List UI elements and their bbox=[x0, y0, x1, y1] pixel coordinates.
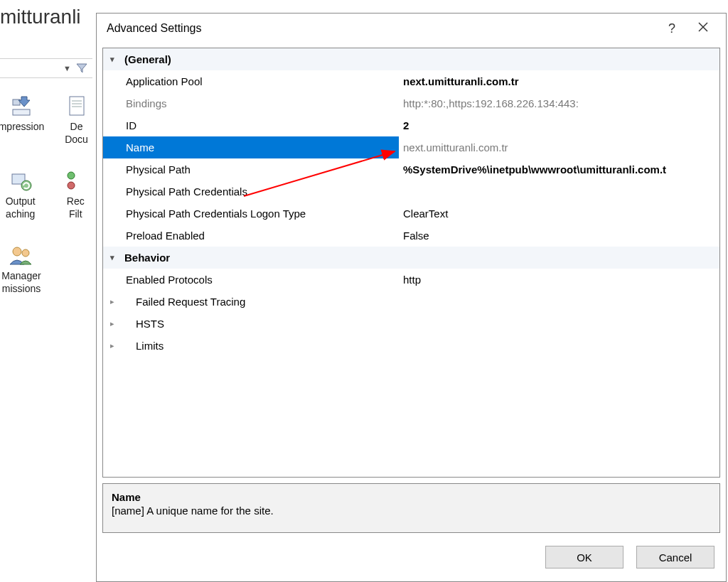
chevron-down-icon: ▾ bbox=[110, 55, 114, 63]
icon-label: Rec Filt bbox=[67, 195, 85, 220]
page-title-partial: mitturanli bbox=[0, 0, 81, 34]
chevron-down-icon: ▾ bbox=[110, 253, 114, 262]
prop-application-pool[interactable]: Application Pool next.umitturanli.com.tr bbox=[103, 70, 719, 92]
category-behavior[interactable]: ▾ Behavior bbox=[103, 247, 719, 269]
request-filtering-icon bbox=[61, 167, 90, 195]
document-icon bbox=[63, 92, 91, 121]
svg-point-10 bbox=[13, 247, 21, 256]
svg-point-8 bbox=[68, 172, 75, 179]
toolbar-partial: ▼ bbox=[0, 58, 92, 78]
dialog-title: Advanced Settings bbox=[107, 22, 656, 35]
svg-point-11 bbox=[22, 249, 29, 257]
output-caching-icon-item[interactable]: Output aching bbox=[0, 167, 41, 220]
icon-label: Manager missions bbox=[1, 270, 41, 295]
icon-label: De Docu bbox=[65, 121, 88, 146]
icons-column-partial: mpression De Docu Out bbox=[0, 92, 96, 316]
description-name: Name bbox=[112, 491, 711, 503]
manager-permissions-icon-item[interactable]: Manager missions bbox=[0, 242, 43, 295]
request-filtering-icon-item[interactable]: Rec Filt bbox=[55, 167, 97, 220]
chevron-right-icon: ▸ bbox=[107, 341, 117, 350]
category-general[interactable]: ▾ (General) bbox=[103, 48, 719, 70]
prop-id[interactable]: ID 2 bbox=[103, 114, 719, 136]
prop-hsts[interactable]: ▸ HSTS bbox=[103, 313, 719, 335]
prop-name[interactable]: Name next.umitturanli.com.tr bbox=[103, 136, 719, 158]
icon-label: Output aching bbox=[6, 195, 36, 220]
default-document-icon-item[interactable]: De Docu bbox=[57, 92, 96, 146]
output-caching-icon bbox=[6, 167, 35, 195]
icon-label: mpression bbox=[0, 121, 44, 134]
chevron-right-icon: ▸ bbox=[107, 297, 117, 306]
prop-preload-enabled[interactable]: Preload Enabled False bbox=[103, 225, 719, 247]
ok-button[interactable]: OK bbox=[545, 546, 623, 568]
prop-physical-path-credentials[interactable]: Physical Path Credentials bbox=[103, 180, 719, 203]
compression-icon bbox=[7, 92, 36, 121]
dropdown-arrow-icon[interactable]: ▼ bbox=[63, 64, 71, 72]
description-pane: Name [name] A unique name for the site. bbox=[102, 483, 720, 533]
svg-rect-1 bbox=[13, 109, 30, 115]
users-icon bbox=[7, 242, 36, 270]
close-icon bbox=[698, 21, 708, 36]
filter-icon[interactable] bbox=[75, 62, 88, 75]
close-button[interactable] bbox=[687, 18, 719, 39]
description-text: [name] A unique name for the site. bbox=[112, 505, 711, 517]
chevron-right-icon: ▸ bbox=[107, 319, 117, 328]
help-button[interactable]: ? bbox=[656, 18, 687, 39]
svg-point-9 bbox=[68, 182, 75, 189]
advanced-settings-dialog: Advanced Settings ? ▾ (General) bbox=[96, 13, 727, 582]
property-grid[interactable]: ▾ (General) Application Pool next.umittu… bbox=[102, 48, 720, 478]
dialog-button-row: OK Cancel bbox=[97, 533, 726, 581]
prop-limits[interactable]: ▸ Limits bbox=[103, 335, 719, 357]
prop-enabled-protocols[interactable]: Enabled Protocols http bbox=[103, 269, 719, 291]
prop-failed-request-tracing[interactable]: ▸ Failed Request Tracing bbox=[103, 291, 719, 313]
dialog-titlebar: Advanced Settings ? bbox=[97, 14, 726, 43]
prop-physical-path[interactable]: Physical Path %SystemDrive%\inetpub\wwwr… bbox=[103, 158, 719, 180]
cancel-button[interactable]: Cancel bbox=[636, 546, 714, 568]
prop-bindings[interactable]: Bindings http:*:80:,https:192.168.226.13… bbox=[103, 92, 719, 114]
svg-rect-2 bbox=[70, 97, 84, 115]
compression-icon-item[interactable]: mpression bbox=[0, 92, 43, 146]
prop-physical-path-credentials-logon-type[interactable]: Physical Path Credentials Logon Type Cle… bbox=[103, 203, 719, 225]
